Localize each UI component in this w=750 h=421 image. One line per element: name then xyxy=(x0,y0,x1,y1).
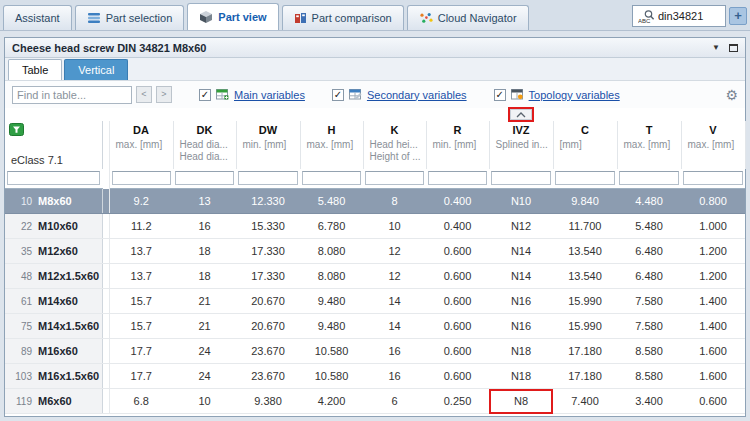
cell-M8x60-R[interactable]: 0.400 xyxy=(426,189,489,214)
cell-M10x60-T[interactable]: 5.480 xyxy=(617,214,681,239)
cell-M6x60-C[interactable]: 7.400 xyxy=(553,389,617,414)
row-header-M14x1.5x60[interactable]: 75M14x1.5x60 xyxy=(5,314,102,339)
cell-M6x60-DK[interactable]: 10 xyxy=(173,389,236,414)
cell-M14x60-T[interactable]: 7.580 xyxy=(617,289,681,314)
cell-M14x60-DA[interactable]: 15.7 xyxy=(109,289,173,314)
topology-variables-checkbox[interactable]: ✓ xyxy=(494,89,506,101)
table-row-M12x60[interactable]: 35M12x6013.71817.3308.080120.600N1413.54… xyxy=(5,239,745,264)
filter-input-DA[interactable] xyxy=(112,171,172,185)
cell-M16x60-R[interactable]: 0.600 xyxy=(426,339,489,364)
cell-M14x60-K[interactable]: 14 xyxy=(363,289,426,314)
cell-M6x60-K[interactable]: 6 xyxy=(363,389,426,414)
cell-M12x60-DK[interactable]: 18 xyxy=(173,239,236,264)
filter-input-DW[interactable] xyxy=(238,171,298,185)
cell-M10x60-DW[interactable]: 15.330 xyxy=(236,214,300,239)
cell-M14x1.5x60-DA[interactable]: 15.7 xyxy=(109,314,173,339)
cell-M14x1.5x60-C[interactable]: 15.990 xyxy=(553,314,617,339)
cell-M14x60-C[interactable]: 15.990 xyxy=(553,289,617,314)
filter-input-V[interactable] xyxy=(683,171,743,185)
cell-M12x60-H[interactable]: 8.080 xyxy=(300,239,363,264)
cell-M12x1.5x60-IVZ[interactable]: N14 xyxy=(489,264,553,289)
column-header-R[interactable]: Rmin. [mm] xyxy=(426,121,489,169)
maximize-icon[interactable] xyxy=(729,44,738,52)
cell-M16x60-V[interactable]: 1.600 xyxy=(681,339,745,364)
cell-M12x60-T[interactable]: 6.480 xyxy=(617,239,681,264)
cell-M12x1.5x60-K[interactable]: 12 xyxy=(363,264,426,289)
cell-M12x60-R[interactable]: 0.600 xyxy=(426,239,489,264)
cell-M12x1.5x60-H[interactable]: 8.080 xyxy=(300,264,363,289)
cell-M10x60-R[interactable]: 0.400 xyxy=(426,214,489,239)
cell-M8x60-DK[interactable]: 13 xyxy=(173,189,236,214)
table-row-M6x60[interactable]: 119M6x606.8109.3804.20060.250N87.4003.40… xyxy=(5,389,745,414)
column-header-H[interactable]: Hmax. [mm] xyxy=(300,121,363,169)
cell-M12x60-DW[interactable]: 17.330 xyxy=(236,239,300,264)
cell-M10x60-DA[interactable]: 11.2 xyxy=(109,214,173,239)
cell-M16x60-IVZ[interactable]: N18 xyxy=(489,339,553,364)
filter-input-C[interactable] xyxy=(555,171,615,185)
tab-part-view[interactable]: Part view xyxy=(187,3,278,30)
filter-icon[interactable] xyxy=(9,123,98,136)
cell-M16x60-DA[interactable]: 17.7 xyxy=(109,339,173,364)
column-header-DK[interactable]: DKHead dia...Head dia... xyxy=(173,121,236,169)
cell-M14x60-IVZ[interactable]: N16 xyxy=(489,289,553,314)
panel-menu-icon[interactable]: ▼ xyxy=(712,44,720,52)
main-variables-checkbox[interactable]: ✓ xyxy=(199,89,211,101)
secondary-variables-checkbox[interactable]: ✓ xyxy=(332,89,344,101)
cell-M8x60-IVZ[interactable]: N10 xyxy=(489,189,553,214)
find-prev-button[interactable]: < xyxy=(136,86,152,103)
cell-M10x60-IVZ[interactable]: N12 xyxy=(489,214,553,239)
cell-M16x60-DK[interactable]: 24 xyxy=(173,339,236,364)
cell-M16x1.5x60-H[interactable]: 10.580 xyxy=(300,364,363,389)
cell-M14x60-H[interactable]: 9.480 xyxy=(300,289,363,314)
search-input[interactable] xyxy=(658,10,720,22)
cell-M12x1.5x60-DA[interactable]: 13.7 xyxy=(109,264,173,289)
table-row-M8x60[interactable]: 10M8x609.21312.3305.48080.400N109.8404.4… xyxy=(5,189,745,214)
cell-M16x1.5x60-K[interactable]: 16 xyxy=(363,364,426,389)
cell-M8x60-DA[interactable]: 9.2 xyxy=(109,189,173,214)
cell-M16x1.5x60-DK[interactable]: 24 xyxy=(173,364,236,389)
cell-M16x60-K[interactable]: 16 xyxy=(363,339,426,364)
cell-M14x1.5x60-DW[interactable]: 20.670 xyxy=(236,314,300,339)
column-header-C[interactable]: C[mm] xyxy=(553,121,617,169)
cell-M12x60-K[interactable]: 12 xyxy=(363,239,426,264)
cell-M12x1.5x60-V[interactable]: 1.200 xyxy=(681,264,745,289)
cell-M12x1.5x60-DW[interactable]: 17.330 xyxy=(236,264,300,289)
table-row-M10x60[interactable]: 22M10x6011.21615.3306.780100.400N1211.70… xyxy=(5,214,745,239)
topology-variables-link[interactable]: Topology variables xyxy=(529,89,620,101)
cell-M14x1.5x60-K[interactable]: 14 xyxy=(363,314,426,339)
cell-M16x1.5x60-V[interactable]: 1.600 xyxy=(681,364,745,389)
cell-M14x1.5x60-IVZ[interactable]: N16 xyxy=(489,314,553,339)
cell-M6x60-H[interactable]: 4.200 xyxy=(300,389,363,414)
cell-M6x60-IVZ annotation-cell-highlight[interactable]: N8 xyxy=(489,389,553,414)
tab-assistant[interactable]: Assistant xyxy=(3,5,72,30)
cell-M16x1.5x60-T[interactable]: 8.580 xyxy=(617,364,681,389)
cell-M12x60-IVZ[interactable]: N14 xyxy=(489,239,553,264)
cell-M12x1.5x60-T[interactable]: 6.480 xyxy=(617,264,681,289)
cell-M16x1.5x60-DA[interactable]: 17.7 xyxy=(109,364,173,389)
tab-part-comparison[interactable]: Part comparison xyxy=(282,5,404,30)
cell-M10x60-H[interactable]: 6.780 xyxy=(300,214,363,239)
filter-input-H[interactable] xyxy=(302,171,361,185)
cell-M14x1.5x60-H[interactable]: 9.480 xyxy=(300,314,363,339)
add-tab-button[interactable]: + xyxy=(729,7,747,25)
table-row-M14x1.5x60[interactable]: 75M14x1.5x6015.72120.6709.480140.600N161… xyxy=(5,314,745,339)
cell-M14x60-DW[interactable]: 20.670 xyxy=(236,289,300,314)
table-row-M12x1.5x60[interactable]: 48M12x1.5x6013.71817.3308.080120.600N141… xyxy=(5,264,745,289)
cell-M14x1.5x60-T[interactable]: 7.580 xyxy=(617,314,681,339)
cell-M14x1.5x60-R[interactable]: 0.600 xyxy=(426,314,489,339)
column-header-T[interactable]: Tmax. [mm] xyxy=(617,121,681,169)
gear-icon[interactable]: ⚙ xyxy=(725,87,738,103)
row-header-M12x1.5x60[interactable]: 48M12x1.5x60 xyxy=(5,264,102,289)
row-header-M6x60[interactable]: 119M6x60 xyxy=(5,389,102,414)
tab-cloud-navigator[interactable]: Cloud Navigator xyxy=(407,5,529,30)
cell-M6x60-T[interactable]: 3.400 xyxy=(617,389,681,414)
collapse-column-button annotation-arrow-highlight[interactable] xyxy=(510,109,532,120)
tab-part-selection[interactable]: Part selection xyxy=(75,5,185,30)
tab-vertical-view[interactable]: Vertical xyxy=(64,59,128,80)
cell-M8x60-H[interactable]: 5.480 xyxy=(300,189,363,214)
cell-M14x60-V[interactable]: 1.400 xyxy=(681,289,745,314)
cell-M10x60-V[interactable]: 1.000 xyxy=(681,214,745,239)
cell-M12x60-DA[interactable]: 13.7 xyxy=(109,239,173,264)
table-row-M16x60[interactable]: 89M16x6017.72423.67010.580160.600N1817.1… xyxy=(5,339,745,364)
cell-M8x60-V[interactable]: 0.800 xyxy=(681,189,745,214)
